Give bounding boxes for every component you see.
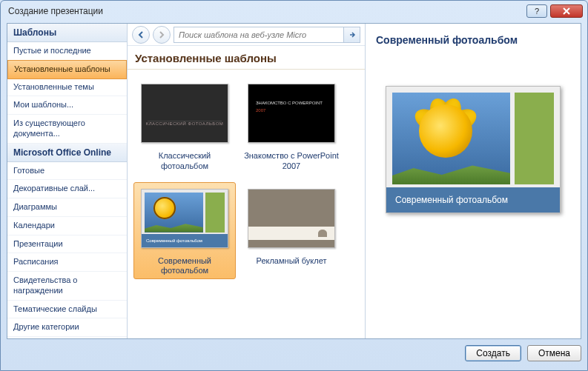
dialog-body: Шаблоны Пустые и последние Установленные… xyxy=(7,23,581,339)
template-thumbnail: КЛАССИЧЕСКИЙ ФОТОАЛЬБОМ xyxy=(141,84,228,143)
thumb-text: Современный фотоальбом xyxy=(142,234,228,247)
sidebar-item-blank[interactable]: Пустые и последние xyxy=(7,42,127,61)
search-go-button[interactable] xyxy=(343,27,360,42)
search-input[interactable] xyxy=(174,30,343,39)
sidebar-heading-office-online: Microsoft Office Online xyxy=(7,144,127,162)
thumb-text: 2007 xyxy=(256,108,265,113)
template-brochure[interactable]: Рекламный буклет xyxy=(240,182,343,280)
template-thumb-wrap: ЗНАКОМСТВО С POWERPOINT 2007 xyxy=(243,80,340,147)
template-thumbnail: Современный фотоальбом xyxy=(141,189,228,248)
template-modern-photoalbum[interactable]: Современный фотоальбом Современный фотоа… xyxy=(133,182,236,280)
sidebar-item-presentations[interactable]: Презентации xyxy=(7,235,127,254)
template-thumb-wrap xyxy=(243,185,340,252)
template-thumbnail: ЗНАКОМСТВО С POWERPOINT 2007 xyxy=(248,84,335,143)
cancel-button[interactable]: Отмена xyxy=(527,345,581,361)
sidebar-item-thematic[interactable]: Тематические слайды xyxy=(7,301,127,319)
template-ppt-2007-intro[interactable]: ЗНАКОМСТВО С POWERPOINT 2007 Знакомство … xyxy=(240,77,343,175)
arrow-right-icon xyxy=(158,31,165,39)
arrow-right-icon xyxy=(348,31,356,39)
sidebar-item-schedules[interactable]: Расписания xyxy=(7,253,127,272)
search-box xyxy=(174,27,360,43)
sidebar-heading-templates: Шаблоны xyxy=(7,24,127,42)
template-label: Знакомство с PowerPoint 2007 xyxy=(243,151,340,172)
template-label: Современный фотоальбом xyxy=(136,256,233,277)
create-button[interactable]: Создать xyxy=(465,345,521,361)
template-gallery[interactable]: КЛАССИЧЕСКИЙ ФОТОАЛЬБОМ Классический фот… xyxy=(128,70,365,338)
sidebar-item-other[interactable]: Другие категории xyxy=(7,318,127,337)
template-thumb-wrap: КЛАССИЧЕСКИЙ ФОТОАЛЬБОМ xyxy=(136,80,233,147)
sidebar-item-installed-themes[interactable]: Установленные темы xyxy=(7,78,127,97)
toolbar xyxy=(128,24,365,46)
sidebar-item-diagrams[interactable]: Диаграммы xyxy=(7,198,127,217)
help-button[interactable]: ? xyxy=(526,4,547,18)
gallery-heading: Установленные шаблоны xyxy=(128,46,365,70)
thumb-text: ЗНАКОМСТВО С POWERPOINT xyxy=(256,101,323,105)
preview-image xyxy=(392,93,510,184)
sidebar: Шаблоны Пустые и последние Установленные… xyxy=(7,24,128,338)
template-thumb-wrap: Современный фотоальбом xyxy=(136,185,233,252)
template-label: Классический фотоальбом xyxy=(136,151,233,172)
sidebar-item-calendars[interactable]: Календари xyxy=(7,217,127,235)
nav-forward-button[interactable] xyxy=(153,26,171,44)
sidebar-item-featured[interactable]: Готовые xyxy=(7,162,127,181)
window-title: Создание презентации xyxy=(8,6,523,16)
preview-pane: Современный фотоальбом Современный фотоа… xyxy=(366,24,581,338)
preview-side-accent xyxy=(515,93,554,184)
template-label: Рекламный буклет xyxy=(257,256,327,275)
template-classic-photoalbum[interactable]: КЛАССИЧЕСКИЙ ФОТОАЛЬБОМ Классический фот… xyxy=(133,77,236,175)
close-button[interactable] xyxy=(550,4,583,18)
sidebar-item-decorative[interactable]: Декоративные слай... xyxy=(7,180,127,198)
sidebar-item-awards[interactable]: Свидетельства о награждении xyxy=(7,272,127,301)
nav-back-button[interactable] xyxy=(132,26,150,44)
arrow-left-icon xyxy=(137,31,145,39)
sidebar-item-from-existing[interactable]: Из существующего документа... xyxy=(7,115,127,144)
template-thumbnail xyxy=(248,189,335,248)
preview-title: Современный фотоальбом xyxy=(376,34,570,46)
title-buttons: ? xyxy=(523,4,583,18)
dialog-window: Создание презентации ? Шаблоны Пустые и … xyxy=(0,0,588,371)
sidebar-item-installed-templates[interactable]: Установленные шаблоны xyxy=(7,60,127,79)
thumb-text: КЛАССИЧЕСКИЙ ФОТОАЛЬБОМ xyxy=(142,121,228,126)
preview-slide: Современный фотоальбом xyxy=(386,86,561,213)
center-pane: Установленные шаблоны КЛАССИЧЕСКИЙ ФОТОА… xyxy=(128,24,366,338)
preview-caption: Современный фотоальбом xyxy=(386,187,560,213)
titlebar: Создание презентации ? xyxy=(1,1,587,21)
close-icon xyxy=(562,7,571,15)
dialog-footer: Создать Отмена xyxy=(7,342,581,364)
sidebar-item-my-templates[interactable]: Мои шаблоны... xyxy=(7,96,127,115)
